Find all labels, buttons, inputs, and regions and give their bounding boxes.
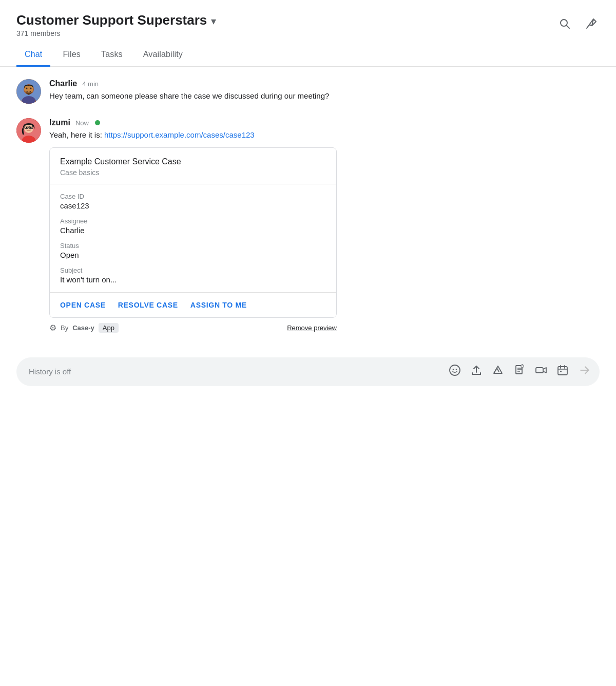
svg-line-1: [567, 26, 570, 29]
search-icon: [559, 17, 571, 30]
case-field-id-value: case123: [60, 201, 326, 210]
doc-icon: [513, 364, 526, 376]
case-field-subject-label: Subject: [60, 266, 326, 274]
svg-point-6: [26, 88, 28, 89]
charlie-message-header: Charlie 4 min: [49, 79, 329, 88]
izumi-message-text: Yeah, here it is: https://support.exampl…: [49, 129, 337, 141]
case-field-id-label: Case ID: [60, 193, 326, 200]
attribution-app-badge: App: [99, 323, 119, 333]
pin-button[interactable]: [583, 15, 600, 35]
calendar-icon: [556, 364, 569, 376]
remove-preview-button[interactable]: Remove preview: [287, 324, 337, 332]
resolve-case-button[interactable]: RESOLVE CASE: [118, 301, 178, 309]
charlie-message-content: Charlie 4 min Hey team, can someone plea…: [49, 79, 329, 104]
emoji-icon: [449, 364, 461, 376]
attribution-by: By: [61, 324, 68, 332]
case-field-assignee-label: Assignee: [60, 217, 326, 225]
svg-point-12: [30, 127, 32, 128]
case-field-assignee: Assignee Charlie: [60, 217, 326, 235]
svg-point-19: [456, 369, 457, 370]
send-icon: [578, 364, 591, 377]
case-field-status-label: Status: [60, 242, 326, 250]
header-left: Customer Support Superstars ▾ 371 member…: [16, 12, 216, 37]
charlie-time: 4 min: [82, 80, 99, 88]
avatar-charlie: [16, 79, 41, 104]
pin-icon: [585, 17, 598, 30]
tab-availability[interactable]: Availability: [135, 44, 191, 67]
avatar-izumi: [16, 118, 41, 143]
input-placeholder-text[interactable]: History is off: [29, 367, 440, 376]
online-indicator: [95, 120, 100, 125]
svg-rect-27: [558, 367, 567, 375]
video-button[interactable]: [535, 364, 547, 379]
charlie-message-text: Hey team, can someone please share the c…: [49, 90, 329, 102]
svg-point-11: [26, 127, 28, 128]
input-bar-wrapper: History is off: [0, 347, 616, 398]
izumi-time: Now: [75, 119, 89, 127]
doc-button[interactable]: [513, 364, 526, 379]
tab-tasks[interactable]: Tasks: [93, 44, 131, 67]
tab-chat[interactable]: Chat: [16, 44, 50, 67]
message-row-charlie: Charlie 4 min Hey team, can someone plea…: [16, 79, 600, 104]
input-icons: [449, 364, 591, 380]
case-link[interactable]: https://support.example.com/cases/case12…: [104, 130, 255, 139]
svg-point-17: [450, 365, 460, 375]
search-button[interactable]: [556, 15, 573, 35]
case-field-subject: Subject It won't turn on...: [60, 266, 326, 284]
attribution: ⚙ By Case-y App Remove preview: [49, 323, 337, 333]
case-card-actions: OPEN CASE RESOLVE CASE ASSIGN TO ME: [50, 293, 336, 317]
case-field-status-value: Open: [60, 251, 326, 259]
group-name: Customer Support Superstars: [16, 12, 207, 28]
drive-icon: [492, 364, 504, 376]
case-card-subtitle: Case basics: [60, 168, 326, 177]
assign-to-me-button[interactable]: ASSIGN TO ME: [190, 301, 247, 309]
svg-rect-24: [521, 365, 524, 367]
header-icons: [556, 12, 600, 35]
attribution-icon: ⚙: [49, 323, 56, 333]
case-card-header: Example Customer Service Case Case basic…: [50, 148, 336, 184]
case-field-assignee-value: Charlie: [60, 226, 326, 235]
izumi-avatar-svg: [16, 118, 41, 143]
tab-files[interactable]: Files: [54, 44, 89, 67]
case-card-body: Case ID case123 Assignee Charlie Status …: [50, 184, 336, 293]
upload-icon: [470, 364, 483, 376]
izumi-message-header: Izumi Now: [49, 118, 337, 127]
tabs: Chat Files Tasks Availability: [0, 44, 616, 67]
case-card: Example Customer Service Case Case basic…: [49, 147, 337, 318]
charlie-avatar-svg: [16, 79, 41, 104]
svg-point-18: [453, 369, 454, 370]
input-bar: History is off: [16, 357, 600, 386]
message-row-izumi: Izumi Now Yeah, here it is: https://supp…: [16, 118, 600, 333]
case-card-title: Example Customer Service Case: [60, 157, 326, 166]
video-icon: [535, 364, 547, 376]
izumi-message-content: Izumi Now Yeah, here it is: https://supp…: [49, 118, 337, 333]
svg-point-7: [30, 88, 32, 89]
svg-rect-26: [536, 368, 543, 373]
case-field-id: Case ID case123: [60, 193, 326, 210]
calendar-button[interactable]: [556, 364, 569, 379]
drive-button[interactable]: [492, 364, 504, 379]
header: Customer Support Superstars ▾ 371 member…: [0, 0, 616, 37]
upload-button[interactable]: [470, 364, 483, 379]
case-field-subject-value: It won't turn on...: [60, 275, 326, 284]
emoji-button[interactable]: [449, 364, 461, 379]
open-case-button[interactable]: OPEN CASE: [60, 301, 106, 309]
header-title-row: Customer Support Superstars ▾: [16, 12, 216, 28]
izumi-sender: Izumi: [49, 118, 70, 127]
dropdown-icon[interactable]: ▾: [211, 15, 216, 27]
send-button[interactable]: [578, 364, 591, 380]
charlie-sender: Charlie: [49, 79, 77, 88]
chat-area: Charlie 4 min Hey team, can someone plea…: [0, 67, 616, 333]
member-count: 371 members: [16, 29, 216, 37]
attribution-appname: Case-y: [72, 324, 94, 332]
case-field-status: Status Open: [60, 242, 326, 259]
svg-rect-31: [560, 371, 562, 372]
